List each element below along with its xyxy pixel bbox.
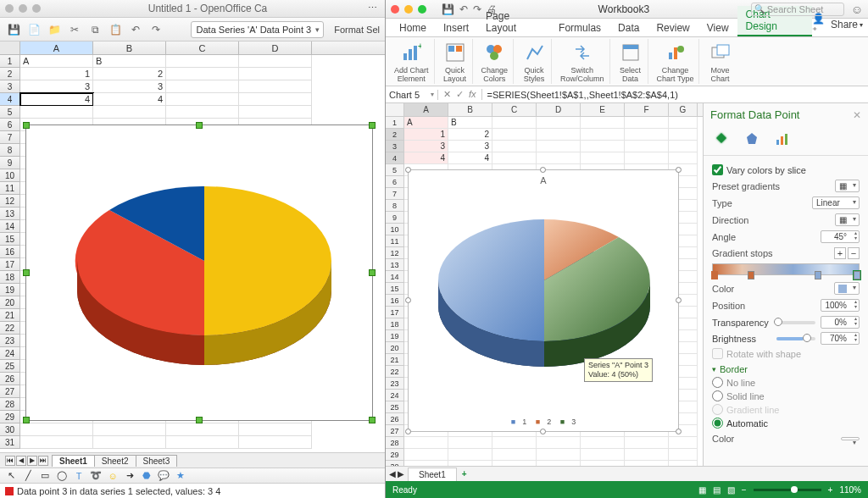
oo-sheet-tabs[interactable]: ⏮◀▶⏭ Sheet1 Sheet2 Sheet3 [0, 452, 385, 468]
fx-icon[interactable]: fx [469, 89, 476, 100]
ex-pie-chart[interactable]: A Series "A" P [408, 169, 679, 432]
add-stop-button[interactable]: + [834, 247, 846, 259]
formula-input[interactable]: =SERIES(Sheet1!$A$1,,Sheet1!$A$2:$A$4,1) [482, 90, 868, 100]
view-normal-icon[interactable]: ▦ [698, 485, 706, 495]
col-header-d[interactable]: D [239, 42, 312, 54]
col-header-b[interactable]: B [93, 42, 166, 54]
rib-add-chart-element[interactable]: +Add Chart Element [389, 39, 435, 84]
ex-grid[interactable]: A B C D E F G 1AB 212 333 444 5678910111… [386, 103, 703, 466]
series-tab-icon[interactable] [773, 130, 792, 148]
line-icon[interactable]: ╱ [22, 470, 34, 482]
zoom-level[interactable]: 110% [839, 485, 861, 495]
close-icon[interactable]: ✕ [853, 109, 861, 121]
no-line-radio[interactable] [712, 377, 723, 388]
color-picker[interactable] [834, 282, 860, 295]
curve-icon[interactable]: ➰ [90, 470, 102, 482]
cancel-icon[interactable]: ✕ [443, 89, 451, 100]
angle-input[interactable]: 45° [821, 230, 860, 243]
text-icon[interactable]: T [73, 470, 85, 482]
traffic-lights[interactable] [5, 4, 41, 13]
search-input[interactable]: Search Sheet [751, 3, 844, 16]
tab-data[interactable]: Data [609, 19, 648, 36]
save-icon[interactable]: 💾 [5, 21, 22, 38]
tab-review[interactable]: Review [648, 19, 698, 36]
tab-pagelayout[interactable]: Page Layout [477, 8, 550, 36]
enter-icon[interactable]: ✓ [456, 89, 464, 100]
effects-tab-icon[interactable] [743, 130, 761, 148]
undo-icon[interactable]: ↶ [459, 3, 468, 15]
oo-titlebar[interactable]: Untitled 1 - OpenOffice Ca ⋯ [0, 0, 385, 18]
remove-stop-button[interactable]: − [848, 247, 860, 259]
sheet-tab[interactable]: Sheet1 [408, 468, 457, 481]
doc-icon[interactable]: 📄 [25, 21, 42, 38]
name-box[interactable]: Chart 5▾ [386, 90, 438, 100]
star-icon[interactable]: ★ [175, 470, 186, 482]
view-pagelayout-icon[interactable]: ▤ [713, 485, 721, 495]
gradient-stop[interactable] [748, 271, 754, 279]
flowchart-icon[interactable]: ⬣ [141, 470, 153, 482]
transparency-slider[interactable] [776, 321, 815, 324]
tab-home[interactable]: Home [391, 19, 435, 36]
sheet-tab-2[interactable]: Sheet2 [94, 455, 136, 467]
tab-view[interactable]: View [698, 19, 737, 36]
rib-move-chart[interactable]: Move Chart [703, 39, 737, 84]
transparency-input[interactable]: 0% [821, 316, 860, 329]
traffic-lights[interactable] [391, 5, 426, 14]
ellipse-icon[interactable]: ◯ [56, 470, 68, 482]
view-pagebreak-icon[interactable]: ▧ [727, 485, 735, 495]
ex-sheet-tabs[interactable]: ◀▶ Sheet1 + [386, 466, 868, 481]
position-input[interactable]: 100% [821, 299, 860, 312]
chart-title[interactable]: A [409, 175, 678, 185]
arrow-shape-icon[interactable]: ➜ [124, 470, 136, 482]
tab-formulas[interactable]: Formulas [550, 19, 609, 36]
zoom-in-icon[interactable]: + [828, 485, 833, 495]
gradient-stops-bar[interactable] [712, 263, 860, 275]
zoom-out-icon[interactable]: − [742, 485, 747, 495]
zoom-slider[interactable] [754, 489, 821, 491]
sheet-tab-1[interactable]: Sheet1 [52, 455, 95, 467]
rib-change-type[interactable]: Change Chart Type [652, 39, 700, 84]
smiley-icon[interactable]: ☺ [107, 470, 119, 482]
selected-cell-a4[interactable]: 4 [20, 93, 93, 106]
paste-icon[interactable]: 📋 [107, 21, 124, 38]
redo-icon[interactable]: ↷ [147, 21, 164, 38]
folder-icon[interactable]: 📁 [46, 21, 63, 38]
gradient-stop-selected[interactable] [854, 271, 860, 279]
solid-line-radio[interactable] [712, 390, 723, 401]
border-section[interactable]: Border [712, 364, 860, 374]
name-box[interactable]: Data Series 'A' Data Point 3 [191, 21, 325, 38]
prev-tab-icon[interactable]: ◀ [16, 456, 26, 466]
oo-grid[interactable]: A B C D 1AB 212 333 444 5 67891011121314… [0, 42, 385, 452]
border-color-picker[interactable] [841, 437, 860, 440]
last-tab-icon[interactable]: ⏭ [38, 456, 48, 466]
vary-colors-checkbox[interactable] [712, 164, 723, 175]
oo-pie-chart[interactable] [25, 125, 373, 421]
rect-icon[interactable]: ▭ [39, 470, 51, 482]
sheet-tab-3[interactable]: Sheet3 [136, 455, 178, 467]
fill-tab-icon[interactable] [712, 130, 731, 148]
automatic-radio[interactable] [712, 418, 723, 429]
col-header-a[interactable]: A [20, 42, 93, 54]
rib-select-data[interactable]: Select Data [614, 39, 648, 84]
direction-dropdown[interactable]: ▦ [835, 213, 860, 226]
gradient-stop[interactable] [711, 271, 718, 279]
format-selection-label[interactable]: Format Sel [334, 25, 380, 35]
prev-sheet-icon[interactable]: ◀ [389, 469, 396, 479]
share-button[interactable]: 👤⁺Share▾ [812, 13, 863, 36]
type-dropdown[interactable]: Linear [812, 196, 860, 209]
next-sheet-icon[interactable]: ▶ [398, 469, 404, 479]
undo-icon[interactable]: ↶ [127, 21, 144, 38]
copy-icon[interactable]: ⧉ [86, 21, 103, 38]
next-tab-icon[interactable]: ▶ [27, 456, 37, 466]
first-tab-icon[interactable]: ⏮ [5, 456, 15, 466]
brightness-input[interactable]: 70% [821, 332, 860, 345]
chart-legend[interactable]: ■1 ■2 ■3 [409, 418, 678, 426]
rib-quick-styles[interactable]: Quick Styles [517, 39, 552, 84]
col-header-c[interactable]: C [166, 42, 239, 54]
save-icon[interactable]: 💾 [442, 3, 454, 15]
brightness-slider[interactable] [776, 337, 815, 340]
rib-quick-layout[interactable]: Quick Layout [438, 39, 473, 84]
preset-gradients-dropdown[interactable]: ▦ [835, 180, 860, 192]
callout-icon[interactable]: 💬 [158, 470, 170, 482]
ex-column-headers[interactable]: A B C D E F G [386, 103, 703, 117]
